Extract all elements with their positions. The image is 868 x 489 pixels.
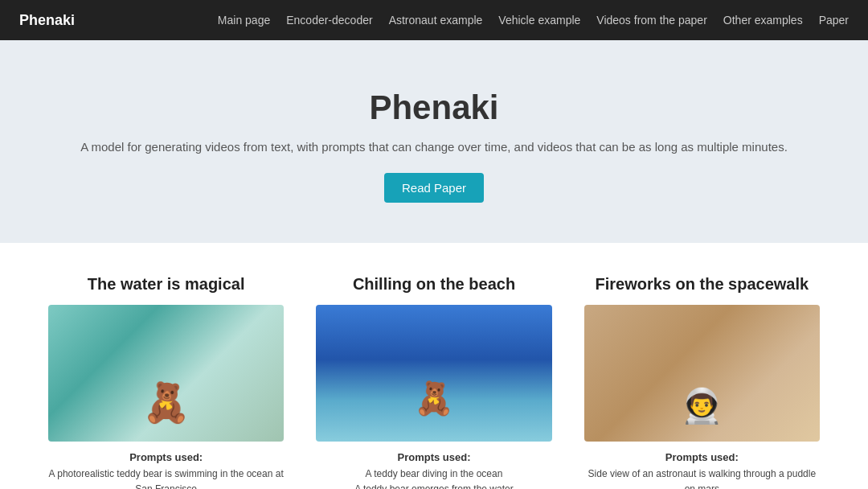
card-beach-title: Chilling on the beach xyxy=(316,275,551,294)
card-beach: Chilling on the beach Prompts used: A te… xyxy=(316,275,551,489)
card-spacewalk-prompt-1: Side view of an astronaut is walking thr… xyxy=(584,466,820,489)
hero-section: Phenaki A model for generating videos fr… xyxy=(0,40,868,243)
navbar: Phenaki Main pageEncoder-decoderAstronau… xyxy=(0,0,868,40)
nav-link-item: Encoder-decoder xyxy=(286,13,372,27)
nav-brand[interactable]: Phenaki xyxy=(19,12,75,29)
hero-title: Phenaki xyxy=(16,88,852,127)
nav-link-item: Vehicle example xyxy=(498,13,580,27)
nav-link-item: Other examples xyxy=(723,13,803,27)
nav-link[interactable]: Encoder-decoder xyxy=(286,14,372,27)
nav-link[interactable]: Main page xyxy=(218,14,270,27)
card-beach-prompt-2: A teddy bear emerges from the water xyxy=(316,482,551,489)
card-beach-prompt-1: A teddy bear diving in the ocean xyxy=(316,466,551,482)
card-water-prompts-label: Prompts used: xyxy=(48,451,284,463)
card-water-title: The water is magical xyxy=(48,275,284,294)
nav-link-item: Paper xyxy=(819,13,849,27)
read-paper-button[interactable]: Read Paper xyxy=(384,173,484,203)
card-water: The water is magical Prompts used: A pho… xyxy=(48,275,284,489)
nav-link[interactable]: Paper xyxy=(819,14,849,27)
hero-subtitle: A model for generating videos from text,… xyxy=(16,140,852,154)
nav-link-item: Main page xyxy=(218,13,270,27)
card-beach-video xyxy=(316,305,551,442)
nav-link[interactable]: Videos from the paper xyxy=(596,14,707,27)
nav-links: Main pageEncoder-decoderAstronaut exampl… xyxy=(218,13,849,27)
nav-link-item: Videos from the paper xyxy=(596,13,707,27)
card-beach-prompts-label: Prompts used: xyxy=(316,451,551,463)
card-spacewalk-title: Fireworks on the spacewalk xyxy=(584,275,820,294)
card-water-video xyxy=(48,305,284,442)
card-spacewalk-video xyxy=(584,305,820,442)
card-water-prompt-1: A photorealistic teddy bear is swimming … xyxy=(48,466,284,489)
nav-link[interactable]: Vehicle example xyxy=(498,14,580,27)
cards-grid: The water is magical Prompts used: A pho… xyxy=(48,275,820,489)
card-spacewalk-prompts-label: Prompts used: xyxy=(584,451,820,463)
cards-section: The water is magical Prompts used: A pho… xyxy=(0,243,868,489)
card-spacewalk: Fireworks on the spacewalk Prompts used:… xyxy=(584,275,820,489)
nav-link[interactable]: Other examples xyxy=(723,14,803,27)
nav-link-item: Astronaut example xyxy=(389,13,483,27)
nav-link[interactable]: Astronaut example xyxy=(389,14,483,27)
